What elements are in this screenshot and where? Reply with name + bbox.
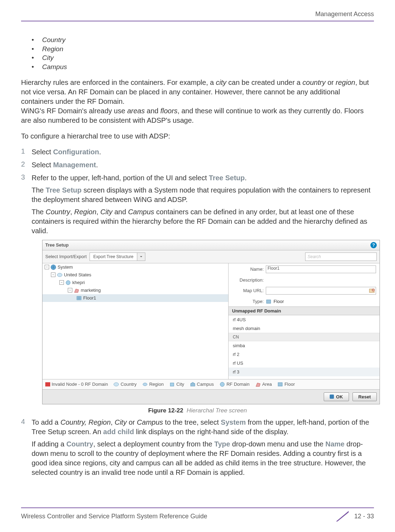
floor-icon [277,382,283,387]
rf-domain-item[interactable]: mesh domain [229,324,380,333]
page-corner: 12 - 33 [336,511,374,521]
area-icon [74,288,79,293]
import-export-select[interactable]: Export Tree Structure [90,252,145,261]
page-header: Management Access [21,11,374,21]
collapse-icon[interactable]: − [68,288,72,292]
globe-icon [51,264,56,270]
tree-view[interactable]: −System −United States −khepri −marketin… [42,263,229,379]
step-1: 1 Select Configuration. [21,147,374,157]
rfdomain-icon [219,382,225,387]
rf-domain-item[interactable]: simba [229,341,380,350]
rfdomain-icon [65,280,71,285]
name-label: Name: [232,267,264,272]
rf-domain-item[interactable]: rf 2 [229,350,380,359]
page-number: 12 - 33 [354,513,374,520]
step-2: 2 Select Management. [21,160,374,170]
ok-button[interactable]: OK [324,392,349,401]
panel-title: Tree Setup [45,242,68,248]
step-number: 2 [21,160,32,170]
help-icon[interactable]: ? [370,242,377,248]
search-input[interactable]: Search [305,252,377,261]
chevron-down-icon[interactable] [137,253,145,261]
tree-node-rfdomain[interactable]: −khepri [42,279,228,287]
import-export-label: Select Import/Export [45,254,87,259]
svg-point-1 [57,273,62,277]
collapse-icon[interactable]: − [45,265,49,269]
panel-toolbar: Select Import/Export Export Tree Structu… [42,250,380,263]
invalid-icon [45,382,50,386]
unmapped-header: Unmapped RF Domain [229,307,380,315]
description-label: Description: [232,277,264,283]
bullet-item: City [32,53,374,62]
legend-bar: Invalid Node - 0 RF Domain Country Regio… [42,379,380,389]
bullet-item: Country [32,35,374,45]
step-3: 3 Refer to the upper, left-hand, portion… [21,173,374,236]
svg-rect-6 [369,289,374,292]
floor-icon [76,295,82,301]
svg-rect-14 [278,383,282,386]
panel-titlebar: Tree Setup ? [42,240,380,250]
rf-group-header[interactable]: CN [229,333,380,341]
step-number: 1 [21,147,32,157]
bullet-item: Campus [32,62,374,72]
footer-left: Wireless Controller and Service Platform… [21,513,207,520]
corner-decoration [336,511,349,521]
step-4: 4 To add a Country, Region, City or Camp… [21,418,374,477]
page-footer: Wireless Controller and Service Platform… [21,507,374,521]
type-label: Type: [232,299,264,304]
ok-icon [330,395,334,399]
area-icon [255,382,261,387]
tree-setup-panel: Tree Setup ? Select Import/Export Export… [42,240,380,404]
svg-rect-12 [191,384,195,386]
figure-caption: Figure 12-22 Hierarchal Tree screen [21,407,374,414]
select-value: Export Tree Structure [90,254,137,259]
region-icon [142,382,148,387]
browse-icon[interactable] [369,288,375,294]
details-pane: Name:Floor1 Description: Map URL: Type:F… [229,263,380,379]
city-icon [169,382,175,387]
svg-point-13 [220,382,224,386]
rf-domain-item[interactable]: rf 4US [229,315,380,324]
collapse-icon[interactable]: − [51,272,55,277]
rf-domain-item[interactable]: rf US [229,359,380,368]
svg-point-2 [66,281,70,285]
tree-node-area[interactable]: −marketing [42,287,228,294]
country-icon [113,382,119,387]
svg-rect-8 [266,300,271,303]
rf-domain-item[interactable]: rf 3 [229,368,380,376]
svg-point-9 [114,383,119,386]
collapse-icon[interactable]: − [59,280,64,285]
bullet-item: Region [32,45,374,54]
mapurl-label: Map URL: [232,288,264,293]
type-value: Floor [274,299,284,304]
bullet-list: Country Region City Campus [21,35,374,72]
step-number: 4 [21,418,32,477]
name-input[interactable]: Floor1 [266,265,376,273]
mapurl-input[interactable] [266,287,376,295]
step-number: 3 [21,173,32,236]
campus-icon [190,382,196,387]
tree-node-floor[interactable]: Floor1 [42,294,228,302]
reset-button[interactable]: Reset [353,392,377,401]
tree-node-country[interactable]: −United States [42,271,228,279]
panel-footer: OK Reset [42,389,380,404]
tree-node-system[interactable]: −System [42,263,228,271]
paragraph: To configure a hierarchal tree to use wi… [21,132,374,141]
floor-icon [266,299,271,304]
svg-point-10 [143,383,147,386]
paragraph: Hierarchy rules are enforced in the cont… [21,78,374,125]
svg-rect-11 [170,383,174,386]
country-icon [57,272,62,278]
